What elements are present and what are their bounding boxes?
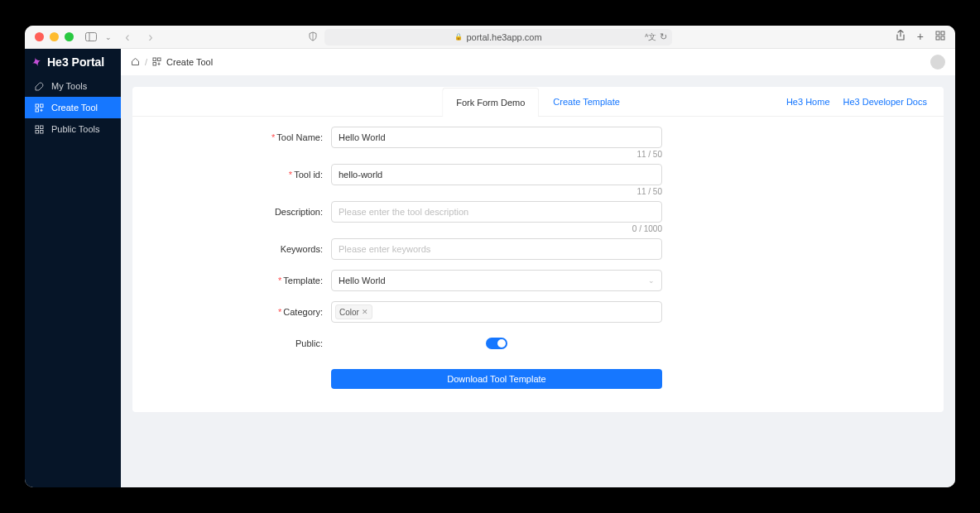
topbar: / Create Tool (121, 49, 955, 75)
keywords-input[interactable] (331, 238, 662, 260)
sidebar-toggle-icon[interactable] (85, 32, 97, 41)
label-template: Template (283, 276, 320, 285)
download-template-button[interactable]: Download Tool Template (331, 369, 662, 389)
sidebar-item-create-tool[interactable]: Create Tool (25, 97, 121, 118)
close-window[interactable] (35, 32, 44, 41)
logo-icon: ✦ (29, 53, 44, 70)
tool-id-counter: 11 / 50 (331, 187, 662, 196)
label-tool-id: Tool id (294, 170, 320, 180)
grid-icon (35, 125, 45, 134)
maximize-window[interactable] (65, 32, 74, 41)
window-controls (35, 32, 74, 41)
chevron-down-icon: ⌄ (648, 276, 655, 285)
share-icon[interactable] (896, 30, 906, 44)
forward-button[interactable]: › (143, 30, 158, 45)
svg-rect-5 (941, 36, 944, 40)
svg-rect-10 (41, 126, 44, 129)
back-button[interactable]: ‹ (120, 30, 135, 45)
svg-rect-9 (36, 126, 39, 129)
svg-rect-8 (36, 108, 39, 112)
label-description: Description (275, 207, 320, 217)
template-value: Hello World (339, 276, 386, 285)
browser-titlebar: ⌄ ‹ › 🔒 portal.he3app.com ᴬ文 ↻ + (25, 26, 955, 49)
url-bar[interactable]: 🔒 portal.he3app.com ᴬ文 ↻ (324, 29, 672, 46)
category-tag: Color ✕ (335, 304, 372, 319)
svg-rect-14 (158, 58, 161, 61)
public-toggle[interactable] (486, 338, 507, 349)
tab-create-template[interactable]: Create Template (539, 87, 634, 116)
logo-text: He3 Portal (47, 55, 104, 69)
svg-rect-15 (153, 62, 156, 65)
svg-rect-3 (941, 31, 944, 35)
sidebar-item-public-tools[interactable]: Public Tools (25, 118, 121, 140)
avatar[interactable] (930, 55, 945, 70)
description-input[interactable] (331, 201, 662, 223)
new-tab-icon[interactable]: + (917, 30, 924, 44)
app-icon (35, 103, 45, 113)
reload-icon[interactable]: ↻ (660, 31, 667, 43)
tool-id-input[interactable] (331, 164, 662, 185)
svg-rect-12 (41, 130, 44, 133)
svg-rect-2 (936, 31, 939, 35)
translate-icon[interactable]: ᴬ文 (645, 31, 656, 43)
chevron-down-icon[interactable]: ⌄ (105, 33, 112, 41)
tool-name-input[interactable] (331, 127, 662, 148)
breadcrumb-current: Create Tool (166, 57, 213, 67)
svg-rect-13 (153, 58, 156, 61)
shield-icon[interactable] (308, 31, 318, 43)
label-keywords: Keywords (281, 244, 320, 254)
description-counter: 0 / 1000 (331, 224, 662, 233)
svg-rect-0 (86, 33, 97, 41)
form-card: Fork Form Demo Create Template He3 Home … (132, 87, 944, 412)
sidebar-item-my-tools[interactable]: My Tools (25, 75, 121, 97)
svg-rect-11 (36, 130, 39, 133)
sidebar-item-label: Public Tools (51, 124, 100, 134)
sidebar-item-label: My Tools (51, 81, 87, 91)
lock-icon: 🔒 (454, 33, 463, 41)
svg-rect-4 (936, 36, 939, 40)
link-he3-docs[interactable]: He3 Developer Docs (843, 97, 928, 107)
tab-fork-form-demo[interactable]: Fork Form Demo (442, 88, 539, 117)
logo[interactable]: ✦ He3 Portal (25, 49, 121, 75)
category-input[interactable]: Color ✕ (331, 301, 662, 323)
home-icon[interactable] (131, 57, 140, 68)
label-category: Category (283, 307, 320, 317)
tabs-overview-icon[interactable] (935, 30, 945, 44)
minimize-window[interactable] (50, 32, 59, 41)
wrench-icon (35, 82, 45, 91)
link-he3-home[interactable]: He3 Home (786, 97, 830, 107)
breadcrumb-sep: / (145, 57, 147, 67)
url-text: portal.he3app.com (466, 32, 541, 42)
label-public: Public (295, 338, 320, 348)
breadcrumb: / Create Tool (131, 57, 213, 68)
breadcrumb-icon (152, 57, 161, 68)
sidebar-item-label: Create Tool (51, 103, 98, 113)
svg-rect-7 (41, 104, 44, 108)
tool-name-counter: 11 / 50 (331, 150, 662, 159)
tag-remove-icon[interactable]: ✕ (362, 308, 368, 316)
sidebar: ✦ He3 Portal My Tools Create Tool Publi (25, 49, 121, 487)
label-tool-name: Tool Name (276, 132, 320, 142)
svg-rect-6 (36, 104, 39, 108)
template-select[interactable]: Hello World ⌄ (331, 270, 662, 291)
